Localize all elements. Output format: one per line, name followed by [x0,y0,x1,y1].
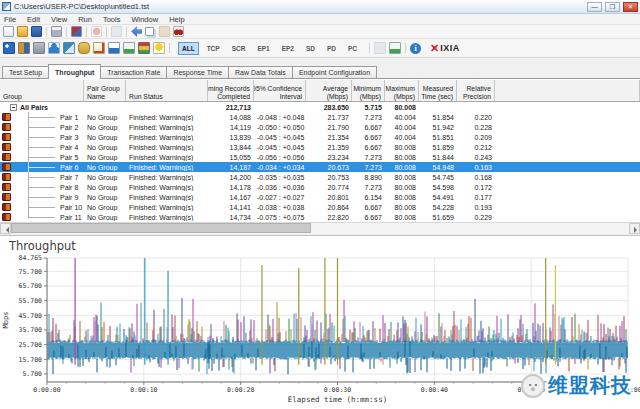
table-row[interactable]: Pair 6No GroupFinished: Warning(s)14,187… [0,162,640,172]
license-key-icon[interactable] [78,42,90,54]
table-row[interactable]: Pair 2No GroupFinished: Warning(s)14,119… [0,122,640,132]
header-line1: Run Status [129,93,204,101]
filter-sd-button[interactable]: SD [302,42,319,55]
pair-name: Pair 2 [60,124,78,131]
table-row[interactable]: All Pairs212,713283.6505.71580.008 [0,102,640,112]
pair-name: Pair 10 [60,204,82,211]
pair-icon [2,123,11,131]
tab-response-time[interactable]: Response Time [166,66,229,79]
menu-file[interactable]: File [4,15,16,24]
tip-bulb-icon[interactable] [153,42,165,54]
separator [86,27,87,37]
find-icon[interactable] [173,26,184,37]
tab-raw-data-totals[interactable]: Raw Data Totals [228,66,293,79]
open-file-icon[interactable] [17,26,28,37]
cell-min: 7.273 [352,164,385,171]
close-button[interactable]: ✕ [623,2,638,12]
y-tick-label: 75.700 [19,268,43,276]
header-line1: Measured [423,85,453,93]
connect-endpoints-icon[interactable] [3,42,15,54]
separator [169,43,170,53]
filter-pd-button[interactable]: PD [323,42,340,55]
add-pair-icon[interactable] [18,42,30,54]
extra-tool-icon[interactable] [374,42,386,54]
copy-icon[interactable] [145,27,154,36]
edit-notes-icon[interactable] [93,42,105,54]
table-row[interactable]: Pair 10No GroupFinished: Warning(s)14,14… [0,202,640,212]
cell-min: 6.667 [352,204,385,211]
minimize-button[interactable]: — [587,2,602,12]
separator [46,27,47,37]
menu-run[interactable]: Run [78,15,92,24]
menu-help[interactable]: Help [169,15,184,24]
filter-ep2-button[interactable]: EP2 [278,42,298,55]
tab-transaction-rate[interactable]: Transaction Rate [100,66,167,79]
info-icon[interactable]: i [410,43,421,54]
cell-avg: 20.774 [306,184,352,191]
filter-all-button[interactable]: ALL [178,42,199,55]
report-icon[interactable] [123,42,135,54]
menu-view[interactable]: View [51,15,67,24]
cell-max: 80.008 [385,204,419,211]
stop-test-icon[interactable] [91,26,102,37]
column-header-records[interactable]: Timing RecordsCompleted [208,80,254,101]
menu-window[interactable]: Window [131,15,158,24]
ixia-logo: ✕ IXIA [430,43,460,53]
header-line2: Name [87,93,122,101]
table-row[interactable]: Pair 9No GroupFinished: Warning(s)14,167… [0,192,640,202]
cell-ci: -0.036 : +0.036 [254,184,306,191]
tree-branch [11,172,57,182]
table-row[interactable]: Pair 11No GroupFinished: Warning(s)14,73… [0,212,640,222]
tab-endpoint-configuration[interactable]: Endpoint Configuration [292,66,377,79]
column-header-max[interactable]: Maximum(Mbps) [385,80,419,101]
tab-test-setup[interactable]: Test Setup [2,66,49,79]
column-header-ci[interactable]: 95% ConfidenceInterval [254,80,306,101]
maximize-button[interactable]: ❐ [605,2,620,12]
network-map-icon[interactable] [48,42,60,54]
table-row[interactable]: Pair 3No GroupFinished: Warning(s)13,839… [0,132,640,142]
collapse-toggle-icon[interactable] [10,104,17,111]
compare-results-icon[interactable] [33,42,45,54]
column-header-pair_group[interactable]: Pair GroupName [84,80,126,101]
column-header-min[interactable]: Minimum(Mbps) [352,80,385,101]
menu-tools[interactable]: Tools [103,15,121,24]
scrollbar-thumb[interactable] [11,223,311,233]
announce-icon[interactable] [63,42,75,54]
y-tick-label: 45.700 [19,312,43,320]
filter-pc-button[interactable]: PC [344,42,361,55]
new-document-icon[interactable] [3,26,14,37]
header-line1: Group [3,93,80,101]
throughput-chart-icon[interactable] [108,42,120,54]
tree-horizontal-line [28,207,55,208]
save-icon[interactable] [31,26,42,37]
filter-ep1-button[interactable]: EP1 [253,42,273,55]
column-header-prec[interactable]: RelativePrecision [457,80,495,101]
column-header-group[interactable]: Group [0,80,84,101]
cell-group: Pair 10 [0,202,84,212]
table-row[interactable]: Pair 5No GroupFinished: Warning(s)15,055… [0,152,640,162]
print-icon[interactable] [51,26,62,37]
extra-tool2-icon[interactable] [389,42,401,54]
tab-throughput[interactable]: Throughput [48,64,101,79]
table-row[interactable]: Pair 4No GroupFinished: Warning(s)13,844… [0,142,640,152]
scroll-left-button[interactable] [0,223,11,234]
filter-scr-button[interactable]: SCR [228,42,250,55]
cell-max: 80.008 [385,214,419,221]
scrollbar-track[interactable] [11,223,629,234]
filter-tcp-button[interactable]: TCP [203,42,224,55]
table-row[interactable]: Pair 8No GroupFinished: Warning(s)14,178… [0,182,640,192]
table-row[interactable]: Pair 1No GroupFinished: Warning(s)14,088… [0,112,640,122]
scroll-right-button[interactable] [629,223,640,234]
column-header-status[interactable]: Run Status [126,80,208,101]
column-header-avg[interactable]: Average(Mbps) [306,80,352,101]
menu-edit[interactable]: Edit [27,15,40,24]
column-header-time[interactable]: MeasuredTime (sec) [419,80,457,101]
run-test-icon[interactable] [71,26,82,37]
y-axis-title: Mbps [2,312,10,329]
navigate-back-icon[interactable] [131,26,142,37]
status-light-icon[interactable] [138,42,150,54]
pair-name: Pair 7 [60,174,78,181]
paste-icon[interactable] [159,26,170,37]
table-row[interactable]: Pair 7No GroupFinished: Warning(s)14,200… [0,172,640,182]
pause-icon[interactable] [111,26,122,37]
